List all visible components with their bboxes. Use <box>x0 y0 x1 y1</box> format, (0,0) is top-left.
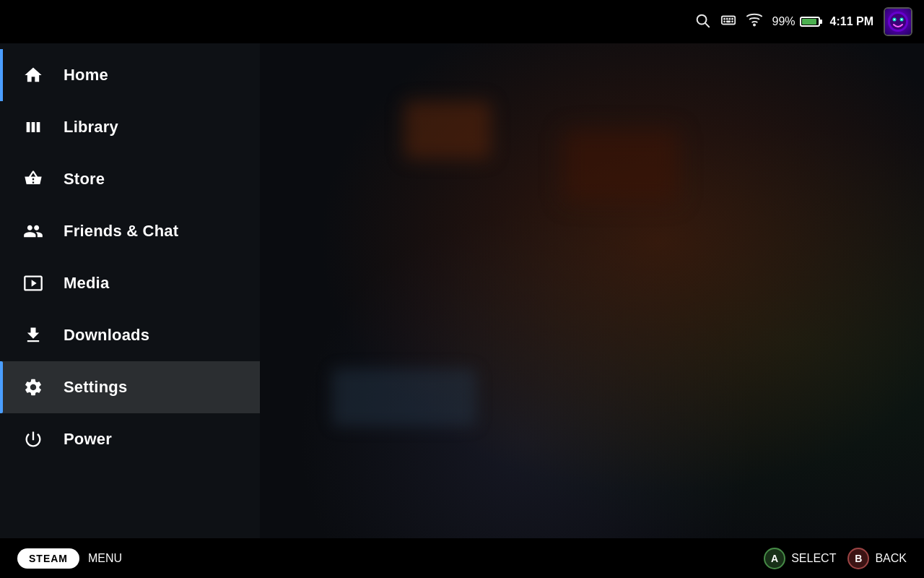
home-icon <box>20 62 46 88</box>
sidebar-item-library[interactable]: Library <box>0 101 260 153</box>
sidebar-label-media: Media <box>64 274 109 293</box>
battery-area: 99% <box>772 15 820 28</box>
sidebar-item-downloads[interactable]: Downloads <box>0 309 260 361</box>
friends-icon <box>20 218 46 244</box>
sidebar-label-store: Store <box>64 170 105 189</box>
settings-icon <box>20 374 46 400</box>
b-button-area: B BACK <box>847 548 907 569</box>
sidebar-label-downloads: Downloads <box>64 326 149 345</box>
bottom-bar: STEAM MENU A SELECT B BACK <box>0 538 924 578</box>
sidebar-item-media[interactable]: Media <box>0 257 260 309</box>
downloads-icon <box>20 322 46 348</box>
sidebar-item-power[interactable]: Power <box>0 413 260 465</box>
sidebar-label-home: Home <box>64 66 108 85</box>
sidebar-item-store[interactable]: Store <box>0 153 260 205</box>
main-area: Home Library Store Friends & Chat <box>0 43 924 538</box>
sidebar-item-home[interactable]: Home <box>0 49 260 101</box>
a-button: A <box>764 548 785 569</box>
svg-point-16 <box>901 19 902 20</box>
bottom-left: STEAM MENU <box>17 548 122 569</box>
sidebar-label-friends: Friends & Chat <box>64 222 178 241</box>
avatar[interactable] <box>884 7 912 36</box>
menu-label: MENU <box>88 552 122 565</box>
back-label: BACK <box>875 552 907 565</box>
top-bar: 99% 4:11 PM <box>0 0 924 43</box>
svg-rect-2 <box>721 16 734 24</box>
b-button: B <box>847 548 869 569</box>
select-label: SELECT <box>791 552 836 565</box>
background-content <box>260 43 924 538</box>
sidebar-item-friends[interactable]: Friends & Chat <box>0 205 260 257</box>
store-icon <box>20 166 46 192</box>
sidebar-label-library: Library <box>64 118 118 137</box>
sidebar-label-power: Power <box>64 430 112 449</box>
time-display: 4:11 PM <box>830 15 873 28</box>
sidebar: Home Library Store Friends & Chat <box>0 43 260 538</box>
battery-icon <box>800 17 820 27</box>
sidebar-item-settings[interactable]: Settings <box>0 361 260 413</box>
sidebar-label-settings: Settings <box>64 378 127 397</box>
svg-line-1 <box>705 23 709 27</box>
keyboard-icon[interactable] <box>720 12 736 32</box>
library-icon <box>20 114 46 140</box>
svg-point-10 <box>753 24 754 25</box>
svg-point-15 <box>894 19 895 20</box>
wifi-icon[interactable] <box>746 12 762 32</box>
battery-percent: 99% <box>772 15 796 28</box>
search-icon[interactable] <box>694 12 710 32</box>
a-button-area: A SELECT <box>764 548 836 569</box>
power-icon <box>20 426 46 452</box>
bottom-right: A SELECT B BACK <box>764 548 907 569</box>
steam-button[interactable]: STEAM <box>17 548 79 569</box>
media-icon <box>20 270 46 296</box>
